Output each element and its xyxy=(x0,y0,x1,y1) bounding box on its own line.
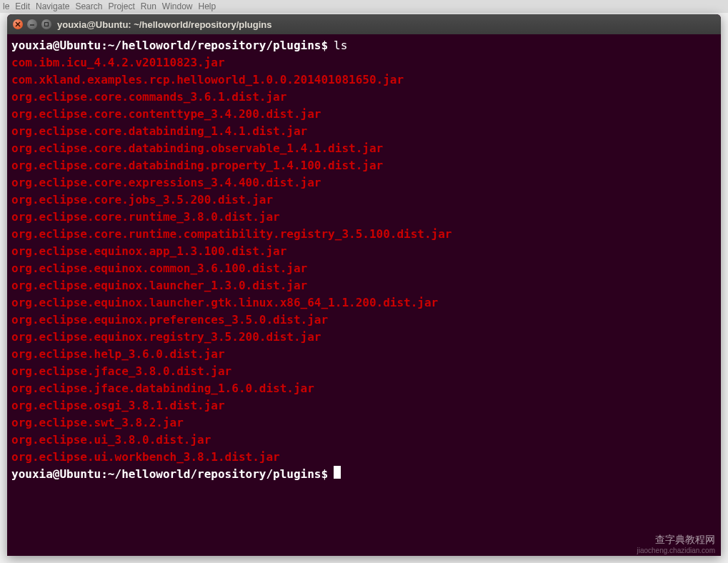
window-controls xyxy=(13,19,51,29)
menu-edit[interactable]: Edit xyxy=(15,1,30,11)
window-title-bar[interactable]: youxia@Ubuntu: ~/helloworld/repository/p… xyxy=(7,14,721,34)
terminal-output[interactable]: youxia@Ubuntu:~/helloworld/repository/pl… xyxy=(7,34,721,556)
svg-rect-0 xyxy=(45,23,49,26)
file-entry: org.eclipse.core.runtime.compatibility.r… xyxy=(11,226,717,243)
menu-file[interactable]: le xyxy=(3,1,9,11)
file-entry: org.eclipse.core.commands_3.6.1.dist.jar xyxy=(11,89,717,106)
minimize-button[interactable] xyxy=(27,19,37,29)
menu-window[interactable]: Window xyxy=(162,1,193,11)
terminal-cursor xyxy=(334,466,341,479)
file-entry: org.eclipse.osgi_3.8.1.dist.jar xyxy=(11,397,717,414)
terminal-window: youxia@Ubuntu: ~/helloworld/repository/p… xyxy=(7,14,721,556)
file-entry: org.eclipse.ui_3.8.0.dist.jar xyxy=(11,432,717,449)
file-entry: org.eclipse.equinox.launcher.gtk.linux.x… xyxy=(11,294,717,312)
file-entry: org.eclipse.core.contenttype_3.4.200.dis… xyxy=(11,106,717,123)
menu-project[interactable]: Project xyxy=(108,1,134,11)
prompt-line-1: youxia@Ubuntu:~/helloworld/repository/pl… xyxy=(11,37,717,54)
prompt-line-2: youxia@Ubuntu:~/helloworld/repository/pl… xyxy=(11,466,717,483)
file-entry: org.eclipse.equinox.app_1.3.100.dist.jar xyxy=(11,243,717,260)
file-entry: org.eclipse.equinox.registry_3.5.200.dis… xyxy=(11,329,717,346)
shell-prompt: youxia@Ubuntu:~/helloworld/repository/pl… xyxy=(11,37,328,54)
application-menubar: le Edit Navigate Search Project Run Wind… xyxy=(0,0,728,13)
menu-navigate[interactable]: Navigate xyxy=(36,1,69,11)
file-entry: org.eclipse.core.expressions_3.4.400.dis… xyxy=(11,174,717,191)
window-title: youxia@Ubuntu: ~/helloworld/repository/p… xyxy=(57,19,272,30)
file-entry: org.eclipse.core.databinding_1.4.1.dist.… xyxy=(11,123,717,140)
menu-help[interactable]: Help xyxy=(199,1,216,11)
file-entry: org.eclipse.swt_3.8.2.jar xyxy=(11,414,717,432)
file-entry: org.eclipse.equinox.preferences_3.5.0.di… xyxy=(11,312,717,329)
shell-prompt: youxia@Ubuntu:~/helloworld/repository/pl… xyxy=(11,466,328,483)
file-entry: org.eclipse.core.databinding.observable_… xyxy=(11,140,717,157)
file-entry: org.eclipse.ui.workbench_3.8.1.dist.jar xyxy=(11,449,717,466)
file-entry: org.eclipse.jface.databinding_1.6.0.dist… xyxy=(11,380,717,397)
file-entry: org.eclipse.help_3.6.0.dist.jar xyxy=(11,346,717,363)
watermark-url: jiaocheng.chazidian.com xyxy=(637,547,715,554)
shell-command: ls xyxy=(334,37,347,54)
maximize-button[interactable] xyxy=(41,19,51,29)
file-entry: org.eclipse.equinox.launcher_1.3.0.dist.… xyxy=(11,277,717,294)
menu-run[interactable]: Run xyxy=(141,1,156,11)
file-entry: org.eclipse.core.runtime_3.8.0.dist.jar xyxy=(11,209,717,226)
file-entry: org.eclipse.core.databinding.property_1.… xyxy=(11,157,717,174)
file-listing: com.ibm.icu_4.4.2.v20110823.jarcom.xklan… xyxy=(11,54,717,466)
watermark: 查字典教程网 jiaocheng.chazidian.com xyxy=(637,534,715,554)
watermark-text: 查字典教程网 xyxy=(637,534,715,547)
file-entry: org.eclipse.equinox.common_3.6.100.dist.… xyxy=(11,260,717,277)
close-button[interactable] xyxy=(13,19,23,29)
file-entry: com.ibm.icu_4.4.2.v20110823.jar xyxy=(11,54,717,71)
file-entry: com.xkland.examples.rcp.helloworld_1.0.0… xyxy=(11,71,717,89)
menu-search[interactable]: Search xyxy=(75,1,102,11)
file-entry: org.eclipse.core.jobs_3.5.200.dist.jar xyxy=(11,191,717,209)
file-entry: org.eclipse.jface_3.8.0.dist.jar xyxy=(11,363,717,380)
